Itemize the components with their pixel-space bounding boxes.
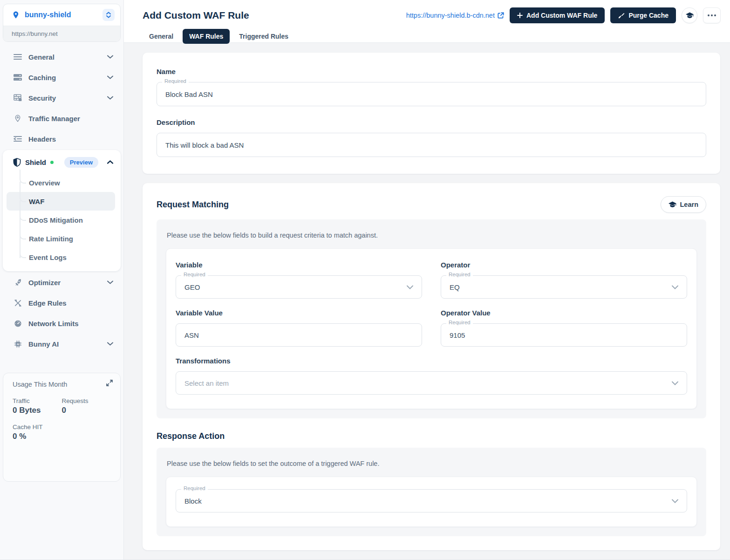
pullzone-selector[interactable]: bunny-shield: [3, 4, 120, 26]
usage-panel: Usage This Month Traffic 0 Bytes Request…: [3, 373, 121, 482]
variable-field: Variable Required GEO: [176, 261, 422, 299]
location-pin-icon: [13, 114, 22, 123]
sidebar-item-network-limits[interactable]: Network Limits: [3, 313, 121, 334]
required-legend: Required: [446, 272, 473, 277]
chevron-down-icon: [407, 285, 413, 289]
sidebar-item-event-logs[interactable]: Event Logs: [3, 248, 115, 266]
hamburger-lines-icon: [13, 54, 22, 60]
active-dot: [50, 161, 54, 164]
variable-label: Variable: [176, 261, 422, 269]
action-card: Required Block: [166, 477, 697, 527]
graduation-cap-icon: [669, 201, 676, 208]
request-matching-title: Request Matching: [157, 200, 661, 210]
rocket-icon: [13, 279, 22, 287]
name-input[interactable]: [157, 82, 706, 106]
sidebar-item-security[interactable]: Security: [3, 88, 121, 108]
content: Name Required Description Request Matchi…: [124, 43, 730, 560]
gauge-icon: [13, 320, 22, 328]
tab-waf-rules[interactable]: WAF Rules: [183, 29, 230, 44]
response-action-title: Response Action: [157, 431, 706, 441]
operator-value-field: Operator Value Required: [441, 309, 687, 347]
variable-value-field: Variable Value: [176, 309, 422, 347]
sidebar-item-optimizer[interactable]: Optimizer: [3, 272, 121, 293]
plus-icon: [517, 13, 523, 18]
operator-select[interactable]: EQ: [441, 275, 687, 299]
chevron-down-icon: [672, 285, 678, 289]
shield-submenu: Overview WAF DDoS Mitigation Rate Limiti…: [3, 173, 121, 266]
request-matching-hint: Please use the below fields to build a r…: [167, 232, 697, 239]
description-label: Description: [157, 118, 706, 126]
sidebar-nav: General Caching Security: [3, 47, 121, 354]
cdn-link[interactable]: https://bunny-shield.b-cdn.net: [406, 12, 504, 19]
operator-label: Operator: [441, 261, 687, 269]
indent-arrow-lines-icon: [13, 136, 22, 142]
sidebar-item-headers[interactable]: Headers: [3, 129, 121, 149]
pullzone-name: bunny-shield: [25, 11, 98, 19]
pullzone-selector-card: bunny-shield https://bunny.net: [3, 4, 121, 42]
sidebar-item-bunny-ai[interactable]: AI Bunny AI: [3, 334, 121, 354]
criteria-card: Variable Required GEO: [166, 248, 697, 409]
operator-value-label: Operator Value: [441, 309, 687, 317]
variable-value-label: Variable Value: [176, 309, 422, 317]
preview-badge: Preview: [64, 157, 98, 168]
sidebar-item-caching[interactable]: Caching: [3, 67, 121, 88]
transformations-select[interactable]: Select an item: [176, 371, 687, 395]
required-legend: Required: [162, 78, 189, 84]
transformations-field: Transformations Select an item: [176, 357, 687, 395]
chevron-down-icon: [107, 96, 113, 100]
graduation-cap-icon: [686, 12, 694, 19]
rule-details-card: Name Required Description: [143, 53, 720, 174]
crossed-tools-icon: [13, 299, 22, 307]
chevron-down-icon: [107, 75, 113, 79]
main-header: Add Custom WAF Rule https://bunny-shield…: [124, 0, 730, 43]
name-label: Name: [157, 68, 706, 75]
sidebar: bunny-shield https://bunny.net General C…: [0, 0, 124, 560]
variable-value-input[interactable]: [176, 323, 422, 347]
pullzone-switcher-icon[interactable]: [102, 9, 115, 21]
chevron-down-icon: [672, 499, 678, 503]
add-custom-waf-rule-button[interactable]: Add Custom WAF Rule: [510, 7, 605, 23]
variable-select[interactable]: GEO: [176, 275, 422, 299]
sidebar-shield-section: Shield Preview Overview WAF DDoS Mitigat…: [3, 150, 121, 271]
transformations-label: Transformations: [176, 357, 687, 365]
learn-button[interactable]: Learn: [661, 196, 707, 213]
chevron-down-icon: [107, 55, 113, 59]
shield-icon: [13, 158, 21, 167]
page-title: Add Custom WAF Rule: [143, 10, 406, 21]
svg-text:AI: AI: [16, 342, 19, 345]
expand-icon[interactable]: [106, 380, 113, 386]
tab-bar: General WAF Rules Triggered Rules: [143, 29, 721, 44]
required-legend: Required: [181, 272, 208, 277]
broom-icon: [618, 12, 625, 19]
description-input[interactable]: [157, 133, 706, 157]
tab-triggered-rules[interactable]: Triggered Rules: [232, 29, 295, 44]
main: Add Custom WAF Rule https://bunny-shield…: [124, 0, 730, 560]
operator-value-input[interactable]: [441, 323, 687, 347]
tab-general[interactable]: General: [143, 29, 180, 44]
usage-cache-hit: Cache HIT 0 %: [13, 423, 62, 441]
response-action-select[interactable]: Block: [176, 489, 687, 512]
chevron-down-icon: [672, 381, 678, 385]
response-action-hint: Please use the below fields to set the o…: [167, 460, 697, 467]
purge-cache-button[interactable]: Purge Cache: [610, 7, 676, 23]
sidebar-item-general[interactable]: General: [3, 47, 121, 67]
required-legend: Required: [181, 485, 208, 491]
usage-requests: Requests 0: [62, 397, 111, 415]
chevron-up-icon: [107, 160, 113, 164]
waf-rule-card: Request Matching Learn Please use the be…: [143, 183, 720, 550]
sidebar-item-edge-rules[interactable]: Edge Rules: [3, 293, 121, 313]
sidebar-item-traffic-manager[interactable]: Traffic Manager: [3, 108, 121, 129]
more-options-button[interactable]: [703, 7, 721, 23]
learn-academy-button[interactable]: [682, 7, 697, 23]
request-matching-panel: Please use the below fields to build a r…: [157, 219, 706, 418]
location-pin-icon: [12, 11, 20, 19]
chevron-down-icon: [107, 280, 113, 284]
usage-traffic: Traffic 0 Bytes: [13, 397, 62, 415]
external-link-icon: [498, 12, 504, 19]
operator-field: Operator Required EQ: [441, 261, 687, 299]
required-legend: Required: [446, 320, 473, 325]
ai-chip-icon: AI: [13, 340, 22, 348]
response-action-panel: Please use the below fields to set the o…: [157, 448, 706, 536]
usage-title: Usage This Month: [13, 381, 111, 388]
server-stack-icon: [13, 74, 22, 81]
